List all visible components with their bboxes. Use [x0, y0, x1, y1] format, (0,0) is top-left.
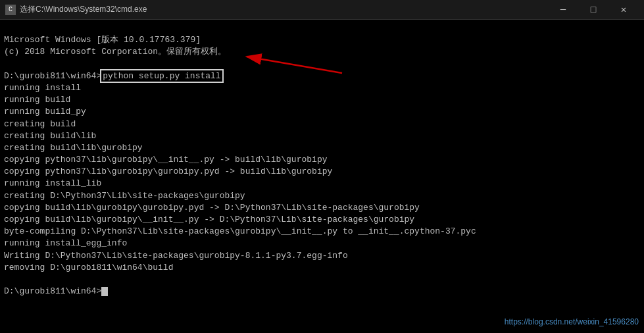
terminal-area: Microsoft Windows [版本 10.0.17763.379] (c… — [0, 20, 644, 333]
window-title: 选择C:\Windows\System32\cmd.exe — [20, 4, 147, 15]
maximize-button[interactable]: □ — [578, 0, 608, 20]
title-bar: C 选择C:\Windows\System32\cmd.exe ─ □ ✕ — [0, 0, 644, 20]
terminal-line-1: Microsoft Windows [版本 10.0.17763.379] — [4, 35, 201, 45]
close-button[interactable]: ✕ — [608, 0, 639, 20]
title-bar-left: C 选择C:\Windows\System32\cmd.exe — [5, 4, 147, 15]
terminal-line-4: running install — [4, 83, 81, 93]
terminal-final-prompt: D:\gurobi811\win64> — [4, 286, 101, 296]
terminal-line-8: creating build\lib — [4, 131, 96, 141]
annotation-arrow — [132, 50, 349, 96]
cmd-icon: C — [5, 5, 16, 15]
terminal-line-12: running install_lib — [4, 178, 101, 188]
terminal-line-5: running build — [4, 95, 70, 105]
terminal-line-6: running build_py — [4, 107, 86, 116]
terminal-line-16: byte-compiling D:\Python37\Lib\site-pack… — [4, 226, 476, 236]
terminal-line-19: removing D:\gurobi811\win64\build — [4, 263, 173, 272]
terminal-line-14: copying build\lib\gurobipy\gurobipy.pyd … — [4, 203, 420, 213]
minimize-button[interactable]: ─ — [548, 0, 578, 20]
terminal-prompt: D:\gurobi811\win64> — [4, 71, 101, 81]
terminal-line-9: creating build\lib\gurobipy — [4, 143, 143, 153]
terminal-line-15: copying build\lib\gurobipy\__init__.py -… — [4, 215, 414, 224]
svg-line-1 — [247, 57, 342, 73]
terminal-line-7: creating build — [4, 119, 76, 129]
window-controls: ─ □ ✕ — [548, 0, 639, 20]
terminal-line-10: copying python37\lib\gurobipy\__init__.p… — [4, 155, 327, 165]
watermark-text: https://blog.csdn.net/weixin_41596280 — [505, 317, 639, 328]
terminal-line-18: Writing D:\Python37\Lib\site-packages\gu… — [4, 251, 348, 261]
terminal-line-13: creating D:\Python37\Lib\site-packages\g… — [4, 191, 245, 201]
cursor — [101, 287, 108, 296]
terminal-line-17: running install_egg_info — [4, 238, 127, 248]
terminal-line-11: copying python37\lib\gurobipy\gurobipy.p… — [4, 166, 332, 176]
